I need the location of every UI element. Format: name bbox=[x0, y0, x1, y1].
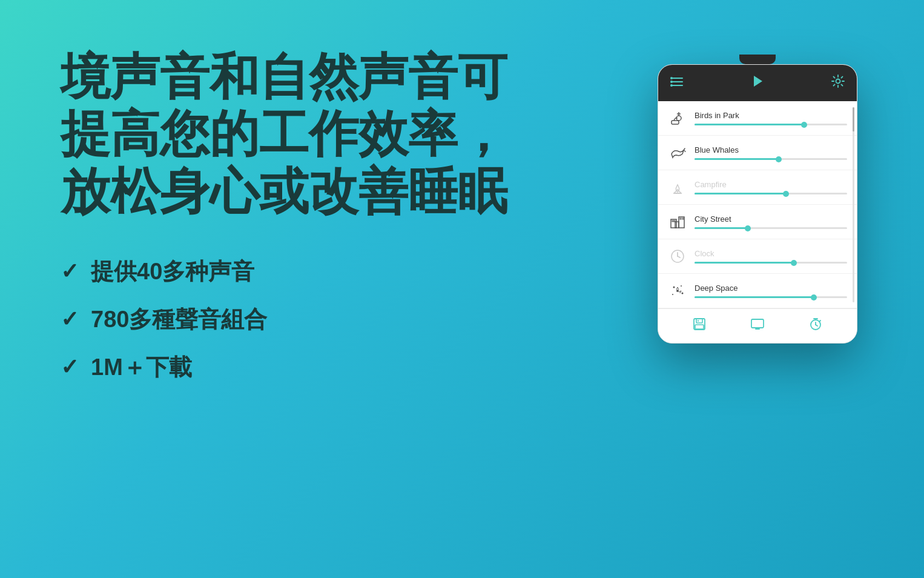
sound-icon-city bbox=[668, 212, 687, 231]
svg-point-29 bbox=[672, 294, 673, 295]
sound-list-container: Birds in Park Blue Whales Ca bbox=[658, 101, 857, 308]
sound-list: Birds in Park Blue Whales Ca bbox=[658, 101, 857, 308]
sound-item[interactable]: Birds in Park bbox=[658, 101, 857, 136]
sound-name-deepspace: Deep Space bbox=[695, 284, 847, 293]
slider-track-clock[interactable] bbox=[695, 262, 847, 264]
scrollbar[interactable] bbox=[853, 107, 854, 302]
slider-fill-city bbox=[695, 227, 748, 229]
slider-fill-clock bbox=[695, 262, 794, 264]
slider-fill-birds bbox=[695, 124, 804, 125]
svg-point-5 bbox=[670, 84, 673, 87]
checkmark-icon: ✓ bbox=[61, 307, 79, 332]
svg-point-4 bbox=[670, 81, 673, 83]
feature-text: 提供40多种声音 bbox=[91, 256, 254, 287]
scrollbar-thumb bbox=[853, 107, 854, 131]
sound-icon-birds bbox=[668, 108, 687, 128]
sound-info-deepspace: Deep Space bbox=[695, 284, 847, 298]
phone-footer bbox=[658, 308, 857, 343]
svg-marker-6 bbox=[754, 76, 762, 87]
svg-rect-21 bbox=[682, 218, 684, 219]
settings-icon[interactable] bbox=[831, 75, 845, 91]
svg-rect-19 bbox=[674, 221, 675, 222]
feature-item: ✓ 1M＋下載 bbox=[61, 352, 533, 383]
sound-info-city: City Street bbox=[695, 214, 847, 229]
list-icon[interactable] bbox=[670, 75, 684, 91]
feature-item: ✓ 780多種聲音組合 bbox=[61, 304, 533, 335]
svg-rect-31 bbox=[696, 319, 702, 323]
svg-line-39 bbox=[816, 325, 817, 326]
play-icon[interactable] bbox=[751, 75, 764, 91]
sound-icon-whales bbox=[668, 143, 687, 162]
sound-name-whales: Blue Whales bbox=[695, 145, 847, 154]
sound-name-campfire: Campfire bbox=[695, 180, 847, 189]
sound-icon-clock bbox=[668, 247, 687, 266]
sound-info-birds: Birds in Park bbox=[695, 111, 847, 125]
timer-icon[interactable] bbox=[809, 317, 822, 334]
phone-header bbox=[658, 65, 857, 101]
svg-rect-34 bbox=[751, 319, 764, 328]
sound-item[interactable]: Clock bbox=[658, 239, 857, 274]
phone-notch bbox=[739, 55, 776, 64]
sound-info-campfire: Campfire bbox=[695, 180, 847, 194]
sound-icon-campfire bbox=[668, 178, 687, 197]
save-icon[interactable] bbox=[693, 317, 706, 334]
svg-rect-18 bbox=[672, 221, 673, 222]
features-list: ✓ 提供40多种声音 ✓ 780多種聲音組合 ✓ 1M＋下載 bbox=[61, 256, 533, 383]
svg-line-41 bbox=[819, 321, 820, 322]
checkmark-icon: ✓ bbox=[61, 354, 79, 380]
sound-item[interactable]: Campfire bbox=[658, 170, 857, 205]
slider-track-city[interactable] bbox=[695, 227, 847, 229]
checkmark-icon: ✓ bbox=[61, 259, 79, 284]
sound-name-birds: Birds in Park bbox=[695, 111, 847, 120]
slider-track-deepspace[interactable] bbox=[695, 296, 847, 298]
slider-thumb-city bbox=[745, 225, 751, 231]
svg-rect-20 bbox=[680, 218, 681, 219]
sound-name-city: City Street bbox=[695, 214, 847, 224]
slider-fill-deepspace bbox=[695, 296, 814, 298]
sound-item[interactable]: Blue Whales bbox=[658, 136, 857, 170]
svg-rect-32 bbox=[695, 325, 704, 329]
sound-item[interactable]: Deep Space bbox=[658, 274, 857, 308]
svg-rect-17 bbox=[675, 222, 679, 228]
feature-text: 1M＋下載 bbox=[91, 352, 192, 383]
slider-thumb-campfire bbox=[783, 191, 789, 197]
sound-name-clock: Clock bbox=[695, 249, 847, 258]
feature-item: ✓ 提供40多种声音 bbox=[61, 256, 533, 287]
svg-rect-8 bbox=[672, 121, 679, 124]
sound-icon-deepspace bbox=[668, 281, 687, 301]
slider-thumb-birds bbox=[801, 122, 807, 128]
slider-thumb-deepspace bbox=[811, 294, 817, 301]
svg-point-3 bbox=[670, 77, 673, 79]
slider-track-whales[interactable] bbox=[695, 158, 847, 160]
svg-line-24 bbox=[678, 256, 680, 257]
cast-icon[interactable] bbox=[750, 318, 765, 334]
sound-info-clock: Clock bbox=[695, 249, 847, 264]
sound-item[interactable]: City Street bbox=[658, 205, 857, 239]
slider-fill-whales bbox=[695, 158, 779, 160]
svg-point-26 bbox=[681, 285, 682, 287]
svg-point-7 bbox=[836, 79, 840, 84]
svg-point-28 bbox=[682, 293, 684, 294]
left-section: 境声音和自然声音可提高您的工作效率，放松身心或改善睡眠 ✓ 提供40多种声音 ✓… bbox=[61, 48, 533, 383]
svg-point-27 bbox=[676, 290, 679, 292]
feature-text: 780多種聲音組合 bbox=[91, 304, 267, 335]
slider-fill-campfire bbox=[695, 193, 786, 194]
slider-thumb-clock bbox=[791, 260, 797, 266]
slider-track-campfire[interactable] bbox=[695, 193, 847, 194]
headline: 境声音和自然声音可提高您的工作效率，放松身心或改善睡眠 bbox=[61, 48, 533, 220]
phone-body: Birds in Park Blue Whales Ca bbox=[658, 64, 857, 344]
slider-thumb-whales bbox=[776, 156, 782, 162]
slider-track-birds[interactable] bbox=[695, 124, 847, 125]
phone-mockup: Birds in Park Blue Whales Ca bbox=[658, 55, 857, 344]
sound-info-whales: Blue Whales bbox=[695, 145, 847, 160]
svg-point-25 bbox=[673, 287, 675, 288]
